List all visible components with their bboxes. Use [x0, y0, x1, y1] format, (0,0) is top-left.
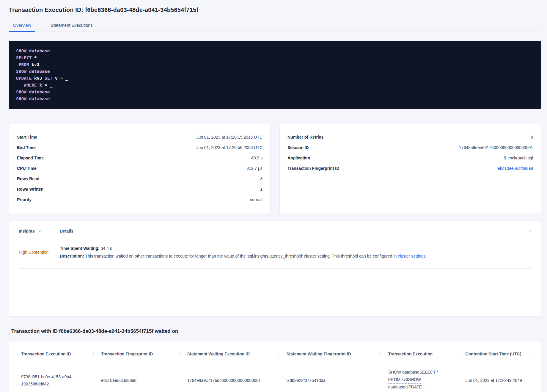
- page-title: Transaction Execution ID: f6be6366-da03-…: [9, 7, 541, 13]
- sql-statements-box: SHOW database SELECT * FROM kv3 SHOW dat…: [9, 41, 541, 109]
- sql-line: WHERE k = _: [16, 82, 534, 89]
- col-statement-waiting-execution-id[interactable]: Statement Waiting Execution ID ▲▼: [184, 345, 283, 361]
- priority-label: Priority: [17, 197, 32, 202]
- sort-down-icon: ▼: [380, 354, 382, 355]
- col-transaction-fingerprint-id[interactable]: Transaction Fingerprint ID ▲▼: [98, 345, 184, 361]
- summary-row-rows-read: Rows Read 3: [17, 173, 263, 184]
- summary-row-end-time: End Time Jun 01, 2023 at 17:20:56:2056 U…: [17, 142, 263, 153]
- details-column-label: Details: [60, 229, 73, 235]
- summary-row-fingerprint: Transaction Fingerprint ID ebc10ae56cfd8…: [287, 163, 533, 173]
- sort-icon[interactable]: ▲▼: [380, 352, 382, 355]
- retries-label: Number of Retries: [287, 135, 323, 139]
- start-time-value: Jun 01, 2023 at 17:20:15:2015 UTC: [196, 135, 263, 139]
- cluster-settings-link[interactable]: cluster settings: [398, 254, 425, 258]
- table-header-row: Transaction Execution ID ▲▼ Transaction …: [14, 345, 536, 361]
- summary-card-timing: Start Time Jun 01, 2023 at 17:20:15:2015…: [9, 124, 271, 214]
- rows-written-value: 1: [260, 187, 263, 192]
- cell-transaction-execution-id: 9738d051-bc0e-4158-a9b4-1903586ddd42: [14, 361, 98, 392]
- transaction-details-page: Transaction Execution ID: f6be6366-da03-…: [0, 0, 547, 392]
- tab-statement-executions[interactable]: Statement Executions: [46, 21, 97, 32]
- sql-line: SELECT *: [16, 54, 534, 61]
- waited-on-table: Transaction Execution ID ▲▼ Transaction …: [14, 345, 536, 392]
- statement-link[interactable]: FROM kv3SHOW: [388, 377, 421, 384]
- sort-down-icon: ▼: [531, 354, 533, 355]
- insights-table-header: Insights ▲ ▼ Details ▲ ▼: [19, 221, 531, 238]
- sort-icon[interactable]: ▲▼: [278, 352, 280, 355]
- table-row: 9738d051-bc0e-4158-a9b4-1903586ddd42 ebc…: [14, 361, 536, 392]
- description-label: Description:: [60, 254, 84, 258]
- summary-row-start-time: Start Time Jun 01, 2023 at 17:20:15:2015…: [17, 132, 263, 142]
- insights-column-header[interactable]: Insights ▲ ▼: [19, 229, 60, 235]
- end-time-label: End Time: [17, 145, 36, 150]
- application-label: Application: [287, 156, 310, 160]
- tab-bar: Overview Statement Executions: [9, 21, 541, 32]
- waited-on-table-card: Transaction Execution ID ▲▼ Transaction …: [9, 341, 541, 392]
- sort-down-icon: ▼: [39, 231, 41, 233]
- statement-link[interactable]: SHOW databaseSELECT *: [388, 369, 438, 376]
- insight-description: Description: This transaction waited on …: [60, 252, 531, 260]
- sort-icon[interactable]: ▲▼: [92, 352, 95, 355]
- summary-row-retries: Number of Retries 0: [287, 132, 533, 142]
- retries-value: 0: [531, 135, 533, 139]
- sort-icon[interactable]: ▲ ▼: [39, 229, 41, 233]
- sort-icon[interactable]: ▲▼: [179, 352, 181, 355]
- transaction-execution-statement: FROM kv3SHOW: [388, 377, 459, 384]
- sql-line: UPDATE kv3 SET v = _: [16, 75, 534, 82]
- statement-link[interactable]: databaseUPDATE ...: [388, 384, 427, 391]
- sql-line: SHOW database: [16, 68, 534, 75]
- summary-row-session-id: Session ID 17648a9eea6017800000000000000…: [287, 142, 533, 153]
- session-id-label: Session ID: [287, 145, 309, 150]
- sort-icon[interactable]: ▲▼: [457, 352, 459, 355]
- fingerprint-label: Transaction Fingerprint ID: [287, 166, 339, 171]
- transaction-execution-statement: databaseUPDATE ...: [388, 384, 459, 391]
- time-spent-waiting-label: Time Spent Waiting:: [60, 246, 100, 251]
- sort-down-icon: ▼: [179, 354, 181, 355]
- cell-contention-start-time: Jun 01, 2023 at 17:20:49:2049: [462, 361, 536, 392]
- insights-card: Insights ▲ ▼ Details ▲ ▼ High Contention…: [9, 221, 541, 316]
- sort-down-icon: ▼: [529, 231, 531, 233]
- summary-card-session: Number of Retries 0 Session ID 17648a9ee…: [279, 124, 541, 214]
- elapsed-time-value: 40.9 s: [251, 156, 263, 160]
- cpu-time-label: CPU Time: [17, 166, 37, 171]
- insights-column-label: Insights: [19, 229, 35, 235]
- sort-down-icon: ▼: [278, 354, 280, 355]
- summary-row-cpu-time: CPU Time 312.7 µs: [17, 163, 263, 173]
- summary-row-application: Application $ cockroach sql: [287, 153, 533, 163]
- col-transaction-execution[interactable]: Transaction Execution ▲▼: [385, 345, 462, 361]
- session-id-value: 17648a9eea6017800000000000000001: [459, 145, 533, 150]
- end-time-value: Jun 01, 2023 at 17:20:56:2056 UTC: [196, 145, 263, 150]
- cell-transaction-execution: SHOW databaseSELECT * FROM kv3SHOW datab…: [385, 361, 462, 392]
- insight-row-high-contention: High Contention Time Spent Waiting: 34.4…: [19, 238, 531, 269]
- cpu-time-value: 312.7 µs: [246, 166, 263, 171]
- elapsed-time-label: Elapsed Time: [17, 156, 44, 160]
- col-transaction-execution-id[interactable]: Transaction Execution ID ▲▼: [14, 345, 98, 361]
- sort-icon[interactable]: ▲▼: [531, 352, 533, 355]
- summary-row-elapsed-time: Elapsed Time 40.9 s: [17, 153, 263, 163]
- sql-line: SHOW database: [16, 89, 534, 95]
- tab-overview-label: Overview: [13, 23, 31, 28]
- time-spent-waiting: Time Spent Waiting: 34.4 s: [60, 244, 531, 252]
- rows-written-label: Rows Written: [17, 187, 43, 192]
- start-time-label: Start Time: [17, 135, 37, 139]
- tab-overview[interactable]: Overview: [9, 21, 35, 32]
- waited-on-heading: Transaction with ID f6be6366-da03-48de-a…: [11, 328, 541, 334]
- priority-value: normal: [250, 197, 263, 202]
- insight-details: Time Spent Waiting: 34.4 s Description: …: [60, 244, 531, 260]
- cell-statement-waiting-execution-id: 176498a9c717bdc80000000000000001: [184, 361, 283, 392]
- application-value: $ cockroach sql: [504, 156, 533, 160]
- sql-line: FROM kv3: [16, 61, 534, 68]
- transaction-execution-statement: SHOW databaseSELECT *: [388, 369, 459, 376]
- rows-read-label: Rows Read: [17, 176, 39, 181]
- cell-statement-waiting-fingerprint-id: \xdb8922f077541dda: [283, 361, 384, 392]
- col-contention-start-time[interactable]: Contention Start Time (UTC) ▲▼: [462, 345, 536, 361]
- summary-row-rows-written: Rows Written 1: [17, 184, 263, 194]
- col-statement-waiting-fingerprint-id[interactable]: Statement Waiting Fingerprint ID ▲▼: [283, 345, 384, 361]
- sort-down-icon: ▼: [457, 354, 459, 355]
- sql-line: SHOW database: [16, 48, 534, 54]
- summary-row-priority: Priority normal: [17, 194, 263, 205]
- sort-icon[interactable]: ▲ ▼: [529, 229, 531, 233]
- sql-line: SHOW database: [16, 95, 534, 102]
- cell-transaction-fingerprint-id: ebc10ae56cfd88a8: [98, 361, 184, 392]
- tab-statement-executions-label: Statement Executions: [51, 23, 92, 28]
- transaction-fingerprint-link[interactable]: ebc10ae56cfd88a8: [498, 166, 533, 171]
